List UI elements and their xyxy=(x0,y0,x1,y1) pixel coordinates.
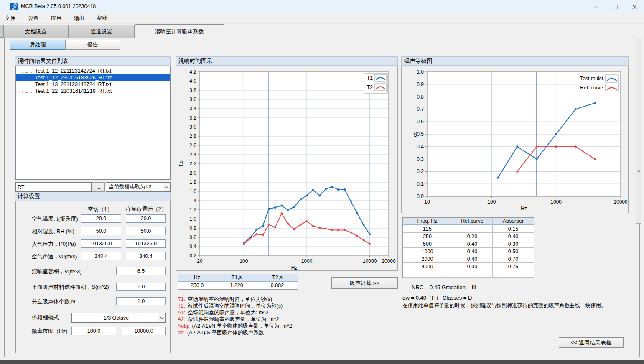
note-text: (A2-A1)/N 单个物体的吸声量，单位为: m^2 xyxy=(192,323,292,329)
abs-table-cell: 125 xyxy=(403,225,452,233)
tree-connector-icon xyxy=(22,69,32,73)
rt-chart-canvas[interactable]: 0.20.40.60.81.01.21.41.61.82.02.22.42.62… xyxy=(176,66,398,271)
return-results-button[interactable]: << 返回结果表格 xyxy=(559,337,624,348)
freq-range-to-field[interactable] xyxy=(122,327,166,335)
air-temp-field-2[interactable] xyxy=(126,214,166,223)
menu-item-2[interactable]: 应用 xyxy=(50,14,62,23)
absorption-chart-svg[interactable]: 0.00.10.20.30.40.50.60.70.80.91.01010010… xyxy=(402,66,628,213)
abs-table-cell: 0.30 xyxy=(493,240,534,248)
svg-text:0.4: 0.4 xyxy=(417,144,424,150)
svg-text:0.6: 0.6 xyxy=(417,119,424,125)
rt-chart-title: 混响时间图示 xyxy=(178,57,212,65)
file-name: Test 1_22_230316141219_RT.txt xyxy=(35,88,112,94)
table-row: 1250.15 xyxy=(403,225,534,233)
rt-chart-svg[interactable]: 0.20.40.60.81.01.21.41.61.82.02.22.42.62… xyxy=(176,66,397,270)
sound-speed-field-1[interactable] xyxy=(81,252,121,260)
tab-0[interactable]: 文档设置 xyxy=(3,25,68,38)
note-label: αs: xyxy=(178,330,185,336)
list-item[interactable]: Test 1_12_221123142724_RT.txt xyxy=(16,68,170,74)
absorption-calc-button[interactable]: 吸声计算 >> xyxy=(331,277,398,289)
octave-mode-value: 1/3 Octave xyxy=(72,315,158,321)
svg-text:0.9: 0.9 xyxy=(417,81,424,87)
sound-speed-label: 空气声速，v0(m/s) xyxy=(32,253,77,260)
svg-text:0.0: 0.0 xyxy=(417,193,424,199)
svg-text:10: 10 xyxy=(424,199,430,205)
abs-table-cell xyxy=(493,270,534,278)
abs-table-cell xyxy=(452,270,493,278)
rt-chart-panel-header: 混响时间图示 xyxy=(176,56,398,66)
table-row: 20000.400.70 xyxy=(403,255,534,263)
with-sample-column-header: 样品放置后（2） xyxy=(126,206,167,213)
freq-range-from-field[interactable] xyxy=(71,327,116,335)
note-label: T2: xyxy=(178,303,185,309)
pressure-field-1[interactable] xyxy=(81,239,121,248)
sample-area-field[interactable] xyxy=(116,283,166,291)
subtab-1[interactable]: 报告 xyxy=(65,40,120,50)
rt-table-cell: 1.220 xyxy=(216,282,257,289)
tab-2[interactable]: 混响室计算吸声系数 xyxy=(135,24,224,38)
menu-item-0[interactable]: 文件 xyxy=(4,14,16,23)
abs-table-cell: 2000 xyxy=(403,255,452,263)
svg-text:10000: 10000 xyxy=(613,199,628,205)
rt-file-list[interactable]: Test 1_12_221123142724_RT.txtTest 1_12_2… xyxy=(15,66,171,180)
svg-text:T1: T1 xyxy=(367,75,373,81)
svg-text:0.1: 0.1 xyxy=(417,181,424,187)
svg-text:0.7: 0.7 xyxy=(417,106,424,112)
svg-text:1.2: 1.2 xyxy=(189,207,196,213)
air-temp-label: 空气温度, t(摄氏度) xyxy=(32,215,78,223)
abs-chart-title: 吸声等级图 xyxy=(404,57,433,65)
calc-settings-header: 计算设置 xyxy=(15,192,171,201)
abs-table-cell: 0.20 xyxy=(452,233,493,240)
data-read-dropdown[interactable]: 当前数据读取为T2 xyxy=(106,182,171,192)
rt-table-cell: 0.882 xyxy=(257,282,298,289)
rt-table-header-cell: Hz xyxy=(178,274,216,282)
tree-connector-icon xyxy=(22,76,32,79)
absorber-count-field[interactable] xyxy=(116,297,166,305)
title-bar: MCR Beta 2.05.0.001 20230418 xyxy=(0,0,644,13)
humidity-field-1[interactable] xyxy=(81,227,121,235)
browse-button[interactable]: ... xyxy=(92,182,105,192)
svg-text:1000: 1000 xyxy=(301,258,313,264)
subtab-0[interactable]: 后处理 xyxy=(10,40,65,50)
note-line: A2:放试件后混响室的吸声量，单位为: m^2 xyxy=(178,316,292,323)
abs-table-header-cell: Ref.curve xyxy=(452,218,493,225)
abs-table-cell: 0.50 xyxy=(493,248,534,255)
abs-table-cell: 0.40 xyxy=(452,240,493,248)
rt-table-cell: 250.0 xyxy=(178,282,216,289)
pressure-field-2[interactable] xyxy=(126,239,166,248)
svg-text:0.8: 0.8 xyxy=(417,94,424,100)
svg-text:0.3: 0.3 xyxy=(417,156,424,162)
abs-table-cell: 1000 xyxy=(403,248,452,255)
note-line: T1:空场混响室的混响时间，单位为秒(s) xyxy=(178,296,292,303)
svg-text:2.2: 2.2 xyxy=(189,161,196,167)
abs-table-cell xyxy=(452,225,493,233)
rt-table-header-cell: T2,s xyxy=(257,274,298,282)
humidity-field-2[interactable] xyxy=(126,227,166,235)
absorption-table: Freq. HzRef.curveAbsorber1250.152500.200… xyxy=(402,217,534,278)
list-item[interactable]: Test 1_12_230316183526_RT.txt xyxy=(16,74,170,81)
svg-text:1.6: 1.6 xyxy=(189,188,196,194)
octave-mode-dropdown[interactable]: 1/3 Octave xyxy=(71,313,166,323)
tab-1[interactable]: 通道设置 xyxy=(68,25,135,38)
menu-item-3[interactable]: 输出 xyxy=(73,14,85,23)
minimize-icon[interactable] xyxy=(586,0,606,13)
data-read-dropdown-value: 当前数据读取为T2 xyxy=(106,183,163,191)
close-icon[interactable] xyxy=(625,0,644,13)
list-item[interactable]: Test 1_22_230316141219_RT.txt xyxy=(16,88,170,94)
abs-table-cell: 500 xyxy=(403,240,452,248)
menu-item-1[interactable]: 设置 xyxy=(27,14,39,23)
absorption-chart-canvas[interactable]: 0.00.10.20.30.40.50.60.70.80.91.01010010… xyxy=(401,66,629,213)
maximize-icon[interactable] xyxy=(606,0,625,13)
svg-text:1.8: 1.8 xyxy=(189,179,196,185)
svg-text:2.4: 2.4 xyxy=(189,152,196,158)
rt-suffix-input[interactable] xyxy=(15,182,92,192)
list-item[interactable]: Test 1_13_221123142724_RT.txt xyxy=(16,81,170,88)
note-label: Aobj: xyxy=(178,323,190,329)
panel-collapse-handle[interactable]: < xyxy=(636,38,641,224)
room-volume-field[interactable] xyxy=(116,267,166,275)
svg-text:20000: 20000 xyxy=(382,258,396,264)
air-temp-field-1[interactable] xyxy=(81,214,121,223)
menu-item-4[interactable]: 帮助 xyxy=(96,14,108,23)
svg-text:2.0: 2.0 xyxy=(189,170,196,176)
sound-speed-field-2[interactable] xyxy=(126,252,166,260)
